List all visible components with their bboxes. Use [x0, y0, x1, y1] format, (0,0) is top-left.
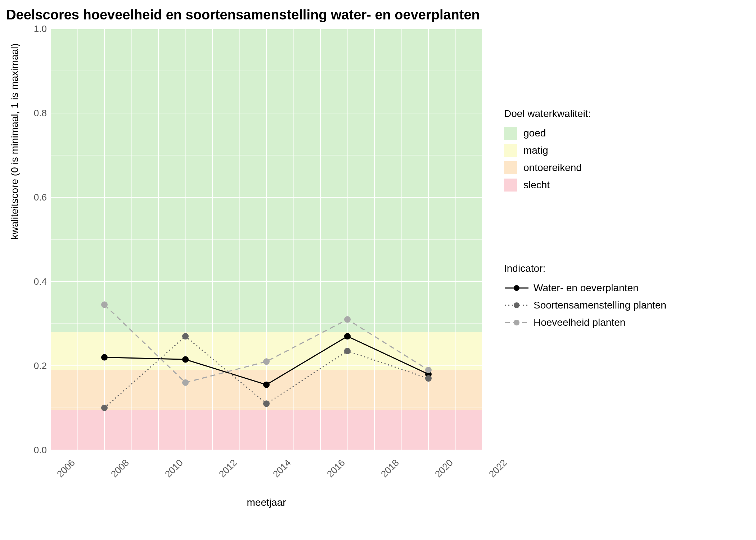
y-tick-label: 0.8: [0, 108, 47, 119]
legend-series-label: Hoeveelheid planten: [534, 317, 625, 328]
legend-swatch-icon: [504, 179, 517, 192]
x-tick-label: 2006: [55, 457, 77, 480]
svg-point-36: [344, 333, 351, 339]
svg-point-42: [425, 375, 432, 382]
y-tick-label: 1.0: [0, 23, 47, 35]
x-tick-label: 2008: [109, 457, 131, 480]
x-tick-label: 2010: [163, 457, 185, 480]
x-axis-label: meetjaar: [50, 497, 482, 508]
legend-swatch-icon: [504, 127, 517, 140]
y-tick-label: 0.0: [0, 445, 47, 456]
svg-point-53: [514, 320, 519, 325]
legend-series-label: Water- en oeverplanten: [534, 282, 639, 294]
svg-point-38: [101, 405, 108, 411]
x-tick-label: 2018: [379, 457, 401, 480]
svg-point-43: [101, 301, 108, 308]
legend-band-item: ontoereikend: [504, 161, 591, 174]
legend-band-label: goed: [523, 127, 546, 139]
x-tick-label: 2020: [433, 457, 455, 480]
legend-band-item: goed: [504, 127, 591, 140]
legend-series-label: Soortensamenstelling planten: [534, 300, 666, 311]
svg-point-45: [263, 358, 270, 365]
svg-point-39: [182, 333, 189, 339]
legend-band-label: matig: [523, 145, 548, 156]
y-tick-label: 0.4: [0, 276, 47, 287]
legend-band-item: slecht: [504, 179, 591, 192]
svg-point-33: [101, 354, 108, 361]
svg-point-40: [263, 400, 270, 407]
x-tick-label: 2022: [487, 457, 509, 480]
legend-line-icon: [504, 299, 529, 312]
y-tick-label: 0.2: [0, 360, 47, 372]
svg-point-51: [514, 302, 519, 308]
legend-swatch-icon: [504, 161, 517, 174]
chart-title: Deelscores hoeveelheid en soortensamenst…: [0, 7, 486, 23]
legend-band-label: slecht: [523, 179, 550, 191]
y-axis-label: kwaliteitscore (0 is minimaal, 1 is maxi…: [9, 43, 21, 239]
svg-point-35: [263, 382, 270, 388]
chart-container: Deelscores hoeveelheid en soortensamenst…: [0, 0, 756, 540]
svg-point-46: [344, 316, 351, 323]
plot-area: [50, 29, 482, 450]
legend-band-label: ontoereikend: [523, 162, 582, 174]
legend-series-item: Soortensamenstelling planten: [504, 299, 666, 312]
legend-swatch-icon: [504, 144, 517, 157]
svg-point-34: [182, 356, 189, 363]
legend-series-item: Hoeveelheid planten: [504, 316, 666, 329]
legend-series-title: Indicator:: [504, 263, 666, 274]
legend-band-item: matig: [504, 144, 591, 157]
svg-point-47: [425, 367, 432, 373]
legend-bands: Doel waterkwaliteit: goedmatigontoereike…: [504, 108, 591, 196]
x-tick-label: 2014: [271, 457, 293, 480]
svg-point-44: [182, 379, 189, 386]
legend-bands-title: Doel waterkwaliteit:: [504, 108, 591, 120]
svg-point-41: [344, 348, 351, 354]
svg-point-49: [514, 285, 519, 291]
legend-series-item: Water- en oeverplanten: [504, 282, 666, 294]
x-tick-label: 2012: [217, 457, 239, 480]
legend-line-icon: [504, 316, 529, 329]
y-tick-label: 0.6: [0, 192, 47, 203]
x-tick-label: 2016: [325, 457, 347, 480]
legend-series: Indicator: Water- en oeverplantenSoorten…: [504, 263, 666, 333]
legend-line-icon: [504, 282, 529, 294]
